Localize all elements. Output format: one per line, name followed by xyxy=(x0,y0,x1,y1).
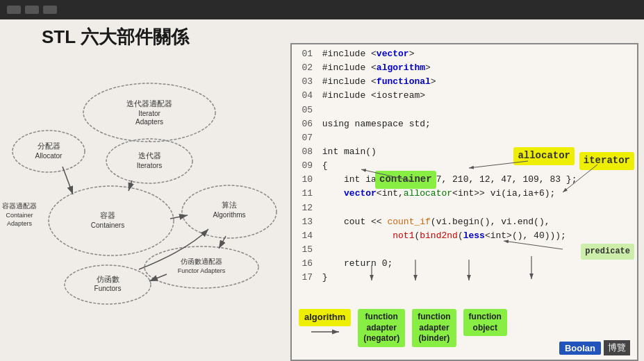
svg-text:Algorithms: Algorithms xyxy=(213,211,245,219)
svg-text:Containers: Containers xyxy=(91,221,124,229)
diagram-svg: 迭代器適配器 Iterator Adapters 分配器 Allocator 迭… xyxy=(0,42,292,333)
function-adapter-negator-label: function adapter (negator) xyxy=(358,309,405,347)
svg-line-9 xyxy=(63,167,73,194)
svg-text:Functors: Functors xyxy=(94,285,122,292)
top-bar-dot-2 xyxy=(25,6,39,14)
svg-text:分配器: 分配器 xyxy=(38,142,60,150)
svg-text:Container: Container xyxy=(6,212,33,219)
boolan-sublabel: 博覽 xyxy=(604,340,630,355)
code-line-01: 01 #include <vector> xyxy=(297,47,631,61)
svg-text:Functor Adapters: Functor Adapters xyxy=(178,267,226,274)
svg-point-5 xyxy=(49,186,174,255)
top-bar-dot-1 xyxy=(7,6,21,14)
svg-text:算法: 算法 xyxy=(222,201,237,209)
svg-point-3 xyxy=(13,131,85,172)
svg-text:Adapters: Adapters xyxy=(7,220,33,227)
svg-text:仿函數適配器: 仿函數適配器 xyxy=(180,258,222,265)
code-line-14: 14 not1(bind2nd(less<int>(), 40))); xyxy=(297,229,631,243)
svg-text:Adapters: Adapters xyxy=(135,118,163,126)
svg-text:Iterators: Iterators xyxy=(137,162,163,169)
code-line-10: 10 int ia[ 6 ] = { 27, 210, 12, 47, 109,… xyxy=(297,173,631,187)
code-line-06: 06 using namespace std; xyxy=(297,117,631,131)
top-bar-dot-3 xyxy=(43,6,57,14)
boolan-logo-area: Boolan 博覽 xyxy=(559,340,630,355)
code-line-12: 12 xyxy=(297,201,631,215)
top-bar xyxy=(0,0,644,19)
svg-text:容器適配器: 容器適配器 xyxy=(2,202,37,210)
code-line-02: 02 #include <algorithm> xyxy=(297,61,631,75)
svg-point-4 xyxy=(106,139,192,183)
svg-text:Iterator: Iterator xyxy=(138,110,160,117)
code-content: 01 #include <vector> 02 #include <algori… xyxy=(292,44,637,287)
code-line-11: 11 vector<int,allocator<int>> vi(ia,ia+6… xyxy=(297,187,631,201)
algorithm-ann-container: algorithm xyxy=(299,309,351,337)
svg-text:迭代器: 迭代器 xyxy=(138,151,161,160)
svg-text:容器: 容器 xyxy=(100,211,115,219)
function-object-label: function object xyxy=(463,309,507,336)
boolan-label: Boolan xyxy=(559,342,601,355)
code-panel: 01 #include <vector> 02 #include <algori… xyxy=(290,43,638,321)
iterator-annotation: iterator xyxy=(579,152,634,170)
code-line-13: 13 cout << count_if(vi.begin(), vi.end()… xyxy=(297,215,631,229)
boolan-container: Boolan 博覽 xyxy=(559,340,630,355)
svg-text:迭代器適配器: 迭代器適配器 xyxy=(126,99,172,108)
code-line-07: 07 xyxy=(297,131,631,145)
svg-text:Allocator: Allocator xyxy=(35,152,63,160)
predicate-annotation: predicate xyxy=(581,244,634,260)
svg-text:仿函數: 仿函數 xyxy=(96,275,119,283)
code-line-04: 04 #include <iostream> xyxy=(297,89,631,103)
slide: STL 六大部件關係 xyxy=(0,0,644,361)
container-annotation: container xyxy=(375,171,436,189)
code-line-17: 17 } xyxy=(297,271,631,285)
function-adapter-binder-label: function adapter (binder) xyxy=(412,309,456,347)
code-line-05: 05 xyxy=(297,103,631,117)
algorithm-label: algorithm xyxy=(299,309,351,326)
algorithm-arrow xyxy=(308,326,342,337)
svg-line-11 xyxy=(129,180,132,191)
bottom-annotations: algorithm function adapter (negator) fun… xyxy=(290,302,638,361)
diagram-area: 迭代器適配器 Iterator Adapters 分配器 Allocator 迭… xyxy=(0,42,292,333)
allocator-annotation: allocator xyxy=(513,147,575,165)
code-line-03: 03 #include <functional> xyxy=(297,75,631,89)
